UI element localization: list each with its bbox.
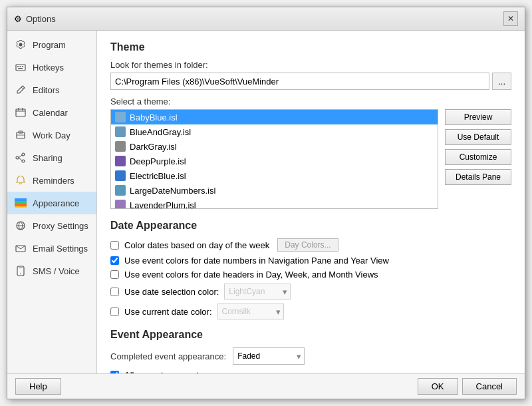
- color-dates-label: Color dates based on day of the week: [124, 240, 269, 250]
- customize-button[interactable]: Customize: [445, 149, 511, 165]
- sidebar-item-calendar-label: Calendar: [33, 108, 68, 118]
- sidebar-item-email[interactable]: Email Settings: [7, 237, 96, 260]
- current-date-dropdown[interactable]: Cornsilk: [217, 304, 284, 319]
- svg-rect-19: [15, 201, 27, 204]
- date-appearance-title: Date Appearance: [110, 220, 511, 232]
- theme-color-lavenderplum: [115, 200, 126, 209]
- theme-item-deeppurple[interactable]: DeepPurple.isl: [111, 154, 438, 168]
- completed-event-row: Completed event appearance: Faded Strike…: [110, 347, 511, 365]
- svg-line-16: [19, 155, 22, 158]
- date-selection-row: Use date selection color: LightCyan ▾: [110, 284, 511, 300]
- dialog-icon: ⚙: [14, 14, 22, 24]
- theme-label-lavenderplum: LavenderPlum.isl: [130, 200, 196, 210]
- ok-button[interactable]: OK: [418, 378, 458, 395]
- sidebar-item-proxy[interactable]: Proxy Settings: [7, 214, 96, 237]
- proxy-icon: [14, 219, 27, 232]
- svg-rect-2: [17, 66, 19, 67]
- sidebar-item-calendar[interactable]: Calendar: [7, 101, 96, 124]
- day-colors-button[interactable]: Day Colors...: [277, 238, 338, 252]
- calendar-icon: [14, 106, 27, 119]
- sidebar-item-appearance[interactable]: Appearance: [7, 192, 96, 214]
- theme-section: Theme Look for themes in folder: ... Sel…: [110, 41, 511, 209]
- sidebar-item-workday-label: Work Day: [33, 130, 70, 140]
- pencil-icon: [14, 83, 27, 97]
- sidebar-item-sharing[interactable]: Sharing: [7, 146, 96, 169]
- svg-rect-6: [16, 109, 25, 116]
- theme-item-darkgray[interactable]: DarkGray.isl: [111, 139, 438, 154]
- color-dates-checkbox[interactable]: [110, 241, 119, 250]
- theme-label-electricblue: ElectricBlue.isl: [130, 171, 186, 181]
- svg-rect-5: [18, 68, 23, 69]
- event-headers-checkbox[interactable]: [110, 270, 119, 279]
- close-button[interactable]: ✕: [503, 11, 518, 26]
- date-selection-dropdown-wrap: LightCyan ▾: [224, 284, 291, 300]
- theme-label-deeppurple: DeepPurple.isl: [130, 156, 186, 166]
- current-date-checkbox[interactable]: [110, 307, 119, 316]
- theme-color-electricblue: [115, 170, 126, 181]
- folder-row: ...: [110, 73, 511, 90]
- date-selection-label: Use date selection color:: [124, 287, 219, 297]
- event-colors-checkbox[interactable]: [110, 256, 119, 265]
- event-colors-row: Use event colors for date numbers in Nav…: [110, 256, 511, 266]
- sidebar-item-workday[interactable]: Work Day: [7, 124, 96, 146]
- cancel-button[interactable]: Cancel: [462, 378, 517, 395]
- event-colors-label: Use event colors for date numbers in Nav…: [124, 256, 389, 266]
- theme-label-blueandgray: BlueAndGray.isl: [130, 127, 191, 137]
- theme-item-babyblue[interactable]: BabyBlue.isl: [111, 110, 438, 124]
- sidebar-item-sms-label: SMS / Voice: [33, 266, 80, 276]
- sidebar-item-appearance-label: Appearance: [33, 198, 79, 208]
- main-content: Theme Look for themes in folder: ... Sel…: [97, 31, 525, 373]
- email-icon: [14, 242, 27, 255]
- theme-item-electricblue[interactable]: ElectricBlue.isl: [111, 168, 438, 183]
- sidebar-item-hotkeys[interactable]: Hotkeys: [7, 56, 96, 79]
- theme-folder-label: Look for themes in folder:: [110, 60, 511, 70]
- svg-point-14: [22, 160, 25, 162]
- share-icon: [14, 151, 27, 164]
- event-appearance-title: Event Appearance: [110, 329, 511, 341]
- theme-folder-input[interactable]: [110, 73, 489, 90]
- theme-select-label: Select a theme:: [110, 97, 511, 106]
- title-bar: ⚙ Options ✕: [7, 7, 525, 31]
- use-default-button[interactable]: Use Default: [445, 129, 511, 145]
- preview-button[interactable]: Preview: [445, 109, 511, 125]
- svg-rect-20: [15, 204, 27, 206]
- svg-line-17: [19, 158, 22, 160]
- sidebar-item-program[interactable]: Program: [7, 33, 96, 56]
- svg-point-0: [19, 43, 23, 47]
- theme-area: BabyBlue.isl BlueAndGray.isl DarkGray.is…: [110, 109, 511, 209]
- sms-icon: [14, 264, 27, 278]
- gear-icon: [14, 38, 27, 51]
- help-button[interactable]: Help: [15, 378, 61, 395]
- theme-folder-browse-button[interactable]: ...: [492, 73, 511, 90]
- svg-rect-3: [20, 66, 21, 67]
- theme-label-darkgray: DarkGray.isl: [130, 142, 177, 152]
- sidebar-item-sharing-label: Sharing: [33, 153, 63, 163]
- date-selection-checkbox[interactable]: [110, 288, 119, 296]
- sidebar-item-editors[interactable]: Editors: [7, 79, 96, 101]
- sidebar-item-program-label: Program: [33, 40, 66, 50]
- sidebar-item-proxy-label: Proxy Settings: [33, 221, 88, 231]
- svg-rect-1: [16, 65, 25, 71]
- theme-buttons: Preview Use Default Customize Details Pa…: [445, 109, 511, 209]
- completed-event-dropdown[interactable]: Faded Strikethrough Normal: [233, 347, 305, 365]
- theme-color-largedatenumbers: [115, 185, 126, 196]
- details-pane-button[interactable]: Details Pane: [445, 169, 511, 185]
- svg-rect-18: [15, 198, 27, 201]
- sidebar-item-sms[interactable]: SMS / Voice: [7, 260, 96, 282]
- sidebar-item-reminders[interactable]: Reminders: [7, 169, 96, 192]
- svg-rect-21: [15, 206, 27, 208]
- dialog-title: Options: [26, 14, 56, 24]
- color-dates-row: Color dates based on day of the week Day…: [110, 238, 511, 252]
- appearance-icon: [14, 196, 27, 210]
- theme-item-largedatenumbers[interactable]: LargeDateNumbers.isl: [111, 183, 438, 198]
- svg-point-15: [16, 156, 19, 159]
- theme-item-lavenderplum[interactable]: LavenderPlum.isl: [111, 198, 438, 209]
- event-headers-label: Use event colors for date headers in Day…: [124, 270, 378, 280]
- date-selection-dropdown[interactable]: LightCyan: [224, 284, 291, 300]
- theme-item-blueandgray[interactable]: BlueAndGray.isl: [111, 124, 438, 139]
- theme-label-largedatenumbers: LargeDateNumbers.isl: [130, 186, 215, 196]
- sidebar-item-email-label: Email Settings: [33, 244, 88, 254]
- current-date-label: Use current date color:: [124, 307, 212, 317]
- theme-list[interactable]: BabyBlue.isl BlueAndGray.isl DarkGray.is…: [110, 109, 438, 209]
- theme-section-title: Theme: [110, 41, 511, 53]
